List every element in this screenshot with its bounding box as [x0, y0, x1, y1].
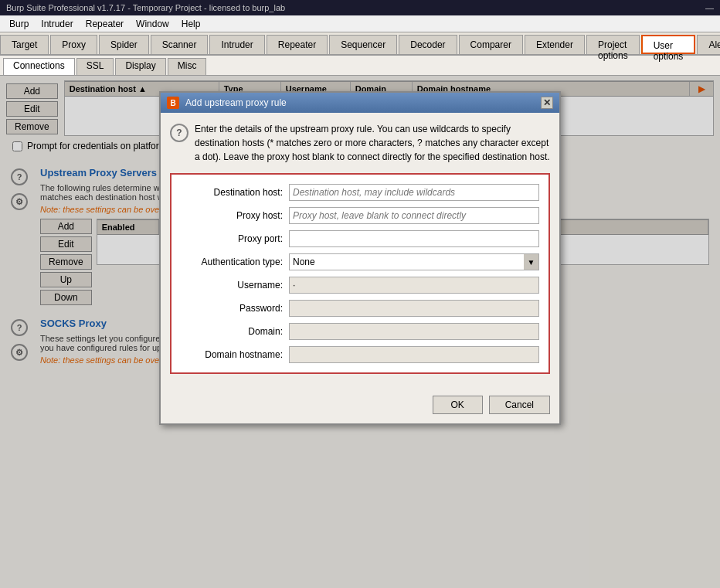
domain-label: Domain: — [181, 326, 289, 337]
tab-proxy[interactable]: Proxy — [50, 35, 97, 54]
tab-intruder[interactable]: Intruder — [209, 35, 264, 54]
password-input[interactable] — [289, 300, 539, 317]
dialog-title-left: B Add upstream proxy rule — [167, 97, 287, 109]
tab-comparer[interactable]: Comparer — [459, 35, 523, 54]
password-label: Password: — [181, 303, 289, 314]
dialog-title-text: Add upstream proxy rule — [185, 97, 287, 108]
proxy-port-row: Proxy port: — [181, 230, 539, 247]
dialog-info-icon: ? — [170, 124, 188, 142]
titlebar: Burp Suite Professional v1.7.17 - Tempor… — [0, 0, 720, 15]
tab-scanner[interactable]: Scanner — [151, 35, 209, 54]
ok-button[interactable]: OK — [433, 396, 483, 414]
menu-burp[interactable]: Burp — [3, 17, 35, 31]
cancel-button[interactable]: Cancel — [489, 396, 550, 414]
dialog-burp-icon: B — [167, 97, 179, 109]
username-row: Username: — [181, 277, 539, 294]
tab-user-options[interactable]: User options — [641, 35, 696, 54]
proxy-port-label: Proxy port: — [181, 233, 289, 244]
menu-help[interactable]: Help — [175, 17, 207, 31]
subtab-connections[interactable]: Connections — [3, 58, 75, 75]
username-label: Username: — [181, 280, 289, 291]
tab-alerts[interactable]: Alerts — [697, 35, 720, 54]
domain-hostname-label: Domain hostname: — [181, 349, 289, 360]
menubar: Burp Intruder Repeater Window Help — [0, 15, 720, 32]
destination-host-input[interactable] — [289, 184, 539, 201]
password-row: Password: — [181, 300, 539, 317]
tab-extender[interactable]: Extender — [525, 35, 585, 54]
auth-type-row: Authentication type: None Basic NTLM Dig… — [181, 253, 539, 270]
tab-target[interactable]: Target — [0, 35, 49, 54]
menu-window[interactable]: Window — [130, 17, 175, 31]
add-upstream-proxy-dialog: B Add upstream proxy rule ✕ ? Enter the … — [159, 91, 561, 425]
dialog-info-section: ? Enter the details of the upstream prox… — [170, 122, 550, 164]
dialog-titlebar: B Add upstream proxy rule ✕ — [161, 93, 559, 113]
domain-hostname-input[interactable] — [289, 346, 539, 363]
subtab-ssl[interactable]: SSL — [76, 58, 114, 75]
tab-project-options[interactable]: Project options — [586, 35, 640, 54]
main-tab-bar: Target Proxy Spider Scanner Intruder Rep… — [0, 32, 720, 56]
menu-intruder[interactable]: Intruder — [35, 17, 79, 31]
minimize-button[interactable]: — — [705, 3, 714, 12]
dialog-footer: OK Cancel — [161, 393, 559, 423]
modal-backdrop: B Add upstream proxy rule ✕ ? Enter the … — [0, 76, 720, 588]
proxy-host-label: Proxy host: — [181, 210, 289, 221]
menu-repeater[interactable]: Repeater — [80, 17, 130, 31]
auth-type-label: Authentication type: — [181, 257, 289, 267]
content-area: Add Edit Remove Destination host ▲ Type … — [0, 76, 720, 588]
tab-repeater[interactable]: Repeater — [267, 35, 328, 54]
domain-row: Domain: — [181, 323, 539, 340]
auth-type-select-wrapper: None Basic NTLM Digest ▼ — [289, 253, 539, 270]
dialog-form-section: Destination host: Proxy host: Proxy port… — [170, 173, 550, 374]
dialog-close-button[interactable]: ✕ — [541, 97, 553, 109]
tab-sequencer[interactable]: Sequencer — [329, 35, 397, 54]
dialog-info-text: Enter the details of the upstream proxy … — [195, 122, 550, 164]
proxy-host-row: Proxy host: — [181, 207, 539, 224]
auth-type-select[interactable]: None Basic NTLM Digest — [289, 253, 539, 270]
destination-host-label: Destination host: — [181, 187, 289, 198]
tab-decoder[interactable]: Decoder — [399, 35, 457, 54]
username-input[interactable] — [289, 277, 539, 294]
proxy-host-input[interactable] — [289, 207, 539, 224]
domain-input[interactable] — [289, 323, 539, 340]
subtab-misc[interactable]: Misc — [168, 58, 207, 75]
proxy-port-input[interactable] — [289, 230, 539, 247]
destination-host-row: Destination host: — [181, 184, 539, 201]
titlebar-text: Burp Suite Professional v1.7.17 - Tempor… — [6, 3, 285, 12]
dialog-body: ? Enter the details of the upstream prox… — [161, 113, 559, 393]
domain-hostname-row: Domain hostname: — [181, 346, 539, 363]
tab-spider[interactable]: Spider — [99, 35, 149, 54]
subtab-display[interactable]: Display — [115, 58, 165, 75]
